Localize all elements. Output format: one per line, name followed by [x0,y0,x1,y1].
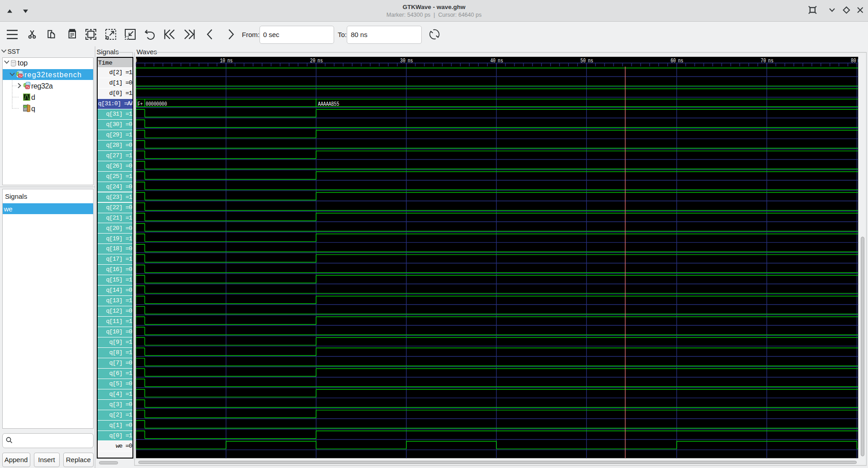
svg-text:50: 50 [580,58,586,64]
svg-text:0: 0 [134,58,137,64]
svg-text:80: 80 [851,58,856,64]
svg-text:ns: ns [498,58,503,64]
svg-text:ns: ns [588,58,593,64]
svg-text:ns: ns [227,58,233,64]
svg-text:ns: ns [317,58,323,64]
svg-text:40: 40 [490,58,495,64]
svg-text:F+: F+ [137,101,143,107]
svg-text:30: 30 [400,58,406,64]
svg-text:ns: ns [768,58,774,64]
svg-text:10: 10 [220,58,225,64]
svg-text:00000000: 00000000 [146,101,167,107]
svg-text:60: 60 [670,58,676,64]
svg-text:ns: ns [858,58,863,64]
svg-text:ns: ns [408,58,413,64]
svg-text:AAAAAB55: AAAAAB55 [318,101,339,107]
svg-text:ns: ns [678,58,684,64]
svg-text:70: 70 [761,58,766,64]
svg-text:20: 20 [310,58,316,64]
